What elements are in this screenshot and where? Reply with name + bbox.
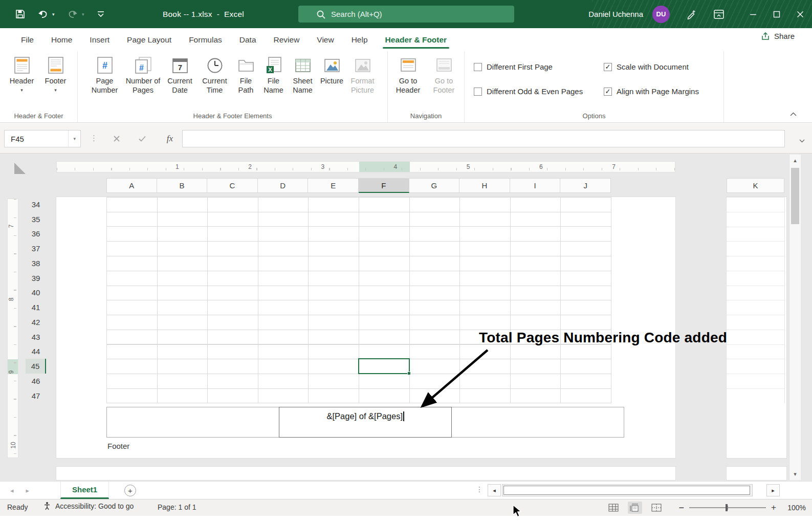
zoom-slider[interactable] bbox=[689, 504, 766, 511]
vertical-scrollbar[interactable]: ▴ ▾ bbox=[789, 155, 801, 480]
undo-dropdown-icon[interactable]: ▾ bbox=[52, 0, 55, 28]
ribbon-button-current-time[interactable]: Current Time bbox=[199, 54, 231, 107]
row-header-35[interactable]: 35 bbox=[26, 212, 46, 227]
sheet-tab-sheet1[interactable]: Sheet1 bbox=[60, 482, 109, 499]
row-header-45[interactable]: 45 bbox=[26, 359, 46, 374]
zoom-out-button[interactable]: − bbox=[679, 503, 685, 513]
next-sheet-icon[interactable]: ▸ bbox=[26, 487, 30, 494]
ribbon-tab-formulas[interactable]: Formulas bbox=[180, 28, 231, 51]
checkbox-align-with-page-margins[interactable]: ✓Align with Page Margins bbox=[604, 87, 699, 96]
ribbon-tab-file[interactable]: File bbox=[12, 28, 42, 51]
save-icon[interactable] bbox=[15, 0, 25, 28]
row-header-41[interactable]: 41 bbox=[26, 300, 46, 315]
ribbon-tab-data[interactable]: Data bbox=[231, 28, 265, 51]
avatar[interactable]: DU bbox=[652, 6, 670, 23]
ribbon-tab-review[interactable]: Review bbox=[265, 28, 309, 51]
name-box[interactable]: F45 ▾ bbox=[4, 130, 81, 147]
horizontal-scrollbar[interactable] bbox=[502, 484, 753, 496]
ribbon-tab-insert[interactable]: Insert bbox=[81, 28, 118, 51]
user-name[interactable]: Daniel Uchenna bbox=[588, 10, 643, 18]
row-header-46[interactable]: 46 bbox=[26, 374, 46, 388]
row-header-40[interactable]: 40 bbox=[26, 286, 46, 300]
ribbon-button-number-of-pages[interactable]: #Number of Pages bbox=[125, 54, 162, 107]
share-button[interactable]: Share bbox=[761, 32, 795, 40]
undo-icon[interactable] bbox=[38, 0, 48, 28]
cell-grid-k[interactable] bbox=[727, 197, 785, 403]
close-button[interactable] bbox=[788, 0, 812, 28]
ribbon-display-options-icon[interactable] bbox=[714, 10, 724, 19]
row-header-38[interactable]: 38 bbox=[26, 256, 46, 271]
ribbon-button-page-number[interactable]: #Page Number bbox=[87, 54, 123, 107]
accessibility-status[interactable]: Accessibility: Good to go bbox=[43, 502, 134, 510]
ribbon-tab-home[interactable]: Home bbox=[42, 28, 81, 51]
column-header-g[interactable]: G bbox=[409, 178, 460, 193]
row-header-42[interactable]: 42 bbox=[26, 315, 46, 330]
zoom-level[interactable]: 100% bbox=[783, 504, 806, 512]
column-header-a[interactable]: A bbox=[106, 178, 157, 193]
column-header-k[interactable]: K bbox=[727, 178, 784, 193]
column-header-e[interactable]: E bbox=[308, 178, 359, 193]
ribbon-tab-view[interactable]: View bbox=[308, 28, 342, 51]
ribbon-button-current-date[interactable]: 7Current Date bbox=[164, 54, 196, 107]
insert-function-icon[interactable]: fx bbox=[161, 130, 179, 147]
zoom-slider-thumb[interactable] bbox=[726, 504, 728, 511]
name-box-dropdown-icon[interactable]: ▾ bbox=[68, 130, 80, 147]
page-break-view-button[interactable] bbox=[649, 502, 664, 514]
ribbon-button-go-to-header[interactable]: Go to Header bbox=[391, 54, 425, 107]
ribbon-button-file-path[interactable]: File Path bbox=[233, 54, 259, 107]
search-box[interactable]: Search (Alt+Q) bbox=[298, 6, 514, 23]
cancel-icon[interactable] bbox=[107, 130, 126, 147]
row-header-37[interactable]: 37 bbox=[26, 241, 46, 256]
quick-access-toolbar-icon[interactable] bbox=[97, 0, 104, 28]
row-header-44[interactable]: 44 bbox=[26, 344, 46, 359]
checkbox-different-first-page[interactable]: Different First Page bbox=[474, 62, 553, 71]
minimize-button[interactable] bbox=[741, 0, 765, 28]
redo-icon[interactable] bbox=[68, 0, 78, 28]
ribbon-button-file-name[interactable]: XFile Name bbox=[261, 54, 287, 107]
row-header-47[interactable]: 47 bbox=[26, 388, 46, 403]
column-header-b[interactable]: B bbox=[157, 178, 208, 193]
formula-bar-handle[interactable]: ⋮ bbox=[90, 134, 98, 143]
fill-handle[interactable] bbox=[407, 372, 411, 375]
ribbon-button-footer[interactable]: Footer▾ bbox=[40, 54, 72, 107]
selected-cell[interactable] bbox=[358, 358, 410, 374]
checkbox-scale-with-document[interactable]: ✓Scale with Document bbox=[604, 62, 689, 71]
maximize-button[interactable] bbox=[765, 0, 788, 28]
enter-icon[interactable] bbox=[133, 130, 151, 147]
new-sheet-button[interactable]: + bbox=[124, 485, 136, 496]
ribbon-button-sheet-name[interactable]: Sheet Name bbox=[289, 54, 317, 107]
column-header-d[interactable]: D bbox=[258, 178, 309, 193]
prev-sheet-icon[interactable]: ◂ bbox=[10, 487, 14, 494]
column-header-h[interactable]: H bbox=[459, 178, 510, 193]
ribbon-button-header[interactable]: Header▾ bbox=[6, 54, 38, 107]
page-layout-view-button[interactable] bbox=[628, 502, 642, 514]
vertical-scrollbar-thumb[interactable] bbox=[791, 168, 799, 224]
formula-bar-expand-icon[interactable] bbox=[799, 136, 805, 145]
hscroll-left-icon[interactable]: ◂ bbox=[488, 484, 501, 496]
hscroll-right-icon[interactable]: ▸ bbox=[766, 484, 780, 496]
formula-input[interactable] bbox=[182, 130, 785, 147]
ribbon-tab-header-footer[interactable]: Header & Footer bbox=[377, 28, 456, 51]
horizontal-scrollbar-thumb[interactable] bbox=[503, 486, 750, 495]
redo-dropdown-icon[interactable]: ▾ bbox=[82, 0, 84, 28]
row-header-43[interactable]: 43 bbox=[26, 330, 46, 344]
row-header-36[interactable]: 36 bbox=[26, 227, 46, 242]
column-header-j[interactable]: J bbox=[560, 178, 611, 193]
collapse-ribbon-icon[interactable] bbox=[790, 109, 797, 118]
scroll-up-icon[interactable]: ▴ bbox=[789, 157, 801, 164]
column-header-f[interactable]: F bbox=[359, 178, 409, 193]
checkbox-different-odd-even-pages[interactable]: Different Odd & Even Pages bbox=[474, 87, 583, 96]
row-header-34[interactable]: 34 bbox=[26, 197, 46, 212]
column-header-i[interactable]: I bbox=[510, 178, 561, 193]
page-indicator[interactable]: Page: 1 of 1 bbox=[158, 503, 196, 511]
draw-sparkle-icon[interactable] bbox=[686, 9, 696, 19]
row-header-39[interactable]: 39 bbox=[26, 271, 46, 286]
tab-splitter-handle[interactable]: ⋮ bbox=[476, 485, 483, 493]
ribbon-tab-page-layout[interactable]: Page Layout bbox=[118, 28, 180, 51]
ribbon-button-picture[interactable]: Picture bbox=[319, 54, 345, 107]
zoom-in-button[interactable]: + bbox=[771, 503, 776, 513]
scroll-down-icon[interactable]: ▾ bbox=[789, 471, 801, 477]
normal-view-button[interactable] bbox=[606, 502, 621, 514]
column-header-c[interactable]: C bbox=[207, 178, 258, 193]
ribbon-tab-help[interactable]: Help bbox=[343, 28, 377, 51]
